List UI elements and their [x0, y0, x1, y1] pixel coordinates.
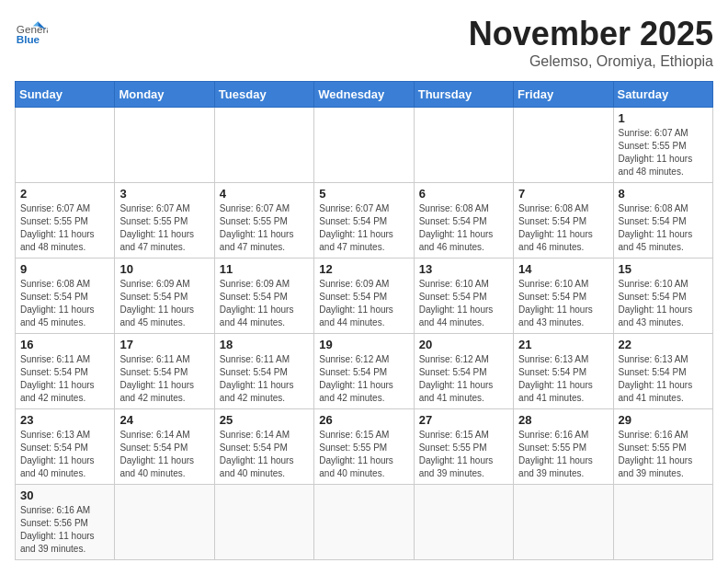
day-header-saturday: Saturday — [613, 82, 712, 108]
cell-info: Sunrise: 6:12 AM Sunset: 5:54 PM Dayligh… — [319, 353, 408, 405]
calendar-cell: 20Sunrise: 6:12 AM Sunset: 5:54 PM Dayli… — [414, 334, 513, 409]
calendar-cell — [414, 108, 513, 183]
calendar-cell — [115, 108, 214, 183]
calendar-cell: 6Sunrise: 6:08 AM Sunset: 5:54 PM Daylig… — [414, 183, 513, 259]
cell-info: Sunrise: 6:10 AM Sunset: 5:54 PM Dayligh… — [419, 278, 508, 329]
day-number: 10 — [119, 262, 209, 276]
cell-info: Sunrise: 6:07 AM Sunset: 5:55 PM Dayligh… — [20, 202, 109, 254]
calendar-cell: 25Sunrise: 6:14 AM Sunset: 5:54 PM Dayli… — [214, 409, 313, 485]
week-row-1: 1Sunrise: 6:07 AM Sunset: 5:55 PM Daylig… — [16, 108, 713, 183]
day-number: 1 — [619, 111, 708, 125]
calendar-cell: 28Sunrise: 6:16 AM Sunset: 5:55 PM Dayli… — [514, 409, 613, 485]
day-header-sunday: Sunday — [16, 82, 115, 108]
calendar-cell: 4Sunrise: 6:07 AM Sunset: 5:55 PM Daylig… — [214, 183, 313, 259]
calendar-cell: 24Sunrise: 6:14 AM Sunset: 5:54 PM Dayli… — [115, 409, 214, 485]
day-number: 28 — [518, 413, 608, 427]
day-header-monday: Monday — [115, 82, 214, 108]
week-row-3: 9Sunrise: 6:08 AM Sunset: 5:54 PM Daylig… — [16, 259, 713, 334]
day-number: 27 — [419, 413, 508, 427]
day-number: 12 — [319, 262, 408, 276]
cell-info: Sunrise: 6:11 AM Sunset: 5:54 PM Dayligh… — [220, 353, 309, 405]
cell-info: Sunrise: 6:07 AM Sunset: 5:55 PM Dayligh… — [220, 202, 309, 254]
cell-info: Sunrise: 6:14 AM Sunset: 5:54 PM Dayligh… — [220, 429, 309, 480]
day-number: 16 — [20, 338, 109, 351]
calendar-cell — [314, 485, 414, 560]
cell-info: Sunrise: 6:07 AM Sunset: 5:54 PM Dayligh… — [319, 202, 408, 254]
day-number: 25 — [220, 413, 309, 427]
calendar-cell: 22Sunrise: 6:13 AM Sunset: 5:54 PM Dayli… — [613, 334, 712, 409]
calendar-cell: 12Sunrise: 6:09 AM Sunset: 5:54 PM Dayli… — [314, 259, 414, 334]
svg-text:Blue: Blue — [17, 33, 40, 45]
cell-info: Sunrise: 6:08 AM Sunset: 5:54 PM Dayligh… — [518, 202, 608, 254]
cell-info: Sunrise: 6:09 AM Sunset: 5:54 PM Dayligh… — [119, 278, 209, 329]
cell-info: Sunrise: 6:11 AM Sunset: 5:54 PM Dayligh… — [20, 353, 109, 405]
cell-info: Sunrise: 6:10 AM Sunset: 5:54 PM Dayligh… — [619, 278, 708, 329]
cell-info: Sunrise: 6:09 AM Sunset: 5:54 PM Dayligh… — [319, 278, 408, 329]
cell-info: Sunrise: 6:15 AM Sunset: 5:55 PM Dayligh… — [319, 429, 408, 480]
cell-info: Sunrise: 6:16 AM Sunset: 5:55 PM Dayligh… — [518, 429, 608, 480]
calendar-cell — [214, 485, 313, 560]
day-header-thursday: Thursday — [414, 82, 513, 108]
title-section: November 2025 Gelemso, Oromiya, Ethiopia — [469, 15, 713, 70]
calendar-cell — [314, 108, 414, 183]
day-number: 15 — [619, 262, 708, 276]
day-number: 9 — [20, 262, 109, 276]
calendar-cell — [16, 108, 115, 183]
day-number: 11 — [220, 262, 309, 276]
calendar-table: SundayMondayTuesdayWednesdayThursdayFrid… — [15, 81, 713, 560]
logo: General Blue — [15, 15, 48, 48]
day-number: 22 — [619, 338, 708, 351]
calendar-cell: 17Sunrise: 6:11 AM Sunset: 5:54 PM Dayli… — [115, 334, 214, 409]
page-header: General Blue November 2025 Gelemso, Orom… — [15, 15, 713, 70]
day-number: 6 — [419, 187, 508, 201]
day-number: 19 — [319, 338, 408, 351]
calendar-cell: 14Sunrise: 6:10 AM Sunset: 5:54 PM Dayli… — [514, 259, 613, 334]
day-header-friday: Friday — [514, 82, 613, 108]
calendar-cell: 30Sunrise: 6:16 AM Sunset: 5:56 PM Dayli… — [16, 485, 115, 560]
cell-info: Sunrise: 6:11 AM Sunset: 5:54 PM Dayligh… — [119, 353, 209, 405]
day-number: 5 — [319, 187, 408, 201]
calendar-cell: 7Sunrise: 6:08 AM Sunset: 5:54 PM Daylig… — [514, 183, 613, 259]
calendar-cell — [613, 485, 712, 560]
cell-info: Sunrise: 6:08 AM Sunset: 5:54 PM Dayligh… — [619, 202, 708, 254]
cell-info: Sunrise: 6:16 AM Sunset: 5:56 PM Dayligh… — [20, 504, 109, 556]
day-number: 23 — [20, 413, 109, 427]
day-number: 14 — [518, 262, 608, 276]
calendar-cell: 29Sunrise: 6:16 AM Sunset: 5:55 PM Dayli… — [613, 409, 712, 485]
cell-info: Sunrise: 6:10 AM Sunset: 5:54 PM Dayligh… — [518, 278, 608, 329]
day-number: 30 — [20, 488, 109, 502]
calendar-cell: 1Sunrise: 6:07 AM Sunset: 5:55 PM Daylig… — [613, 108, 712, 183]
calendar-cell: 8Sunrise: 6:08 AM Sunset: 5:54 PM Daylig… — [613, 183, 712, 259]
calendar-cell: 11Sunrise: 6:09 AM Sunset: 5:54 PM Dayli… — [214, 259, 313, 334]
calendar-cell: 19Sunrise: 6:12 AM Sunset: 5:54 PM Dayli… — [314, 334, 414, 409]
day-number: 2 — [20, 187, 109, 201]
calendar-cell: 9Sunrise: 6:08 AM Sunset: 5:54 PM Daylig… — [16, 259, 115, 334]
cell-info: Sunrise: 6:14 AM Sunset: 5:54 PM Dayligh… — [119, 429, 209, 480]
calendar-cell: 21Sunrise: 6:13 AM Sunset: 5:54 PM Dayli… — [514, 334, 613, 409]
calendar-cell — [514, 108, 613, 183]
day-number: 20 — [419, 338, 508, 351]
cell-info: Sunrise: 6:07 AM Sunset: 5:55 PM Dayligh… — [119, 202, 209, 254]
week-row-4: 16Sunrise: 6:11 AM Sunset: 5:54 PM Dayli… — [16, 334, 713, 409]
cell-info: Sunrise: 6:13 AM Sunset: 5:54 PM Dayligh… — [619, 353, 708, 405]
calendar-cell — [214, 108, 313, 183]
day-header-row: SundayMondayTuesdayWednesdayThursdayFrid… — [16, 82, 713, 108]
day-number: 8 — [619, 187, 708, 201]
calendar-cell — [115, 485, 214, 560]
day-number: 4 — [220, 187, 309, 201]
calendar-cell: 10Sunrise: 6:09 AM Sunset: 5:54 PM Dayli… — [115, 259, 214, 334]
calendar-cell: 18Sunrise: 6:11 AM Sunset: 5:54 PM Dayli… — [214, 334, 313, 409]
calendar-cell — [414, 485, 513, 560]
cell-info: Sunrise: 6:07 AM Sunset: 5:55 PM Dayligh… — [619, 127, 708, 178]
cell-info: Sunrise: 6:13 AM Sunset: 5:54 PM Dayligh… — [518, 353, 608, 405]
day-number: 24 — [119, 413, 209, 427]
cell-info: Sunrise: 6:12 AM Sunset: 5:54 PM Dayligh… — [419, 353, 508, 405]
day-number: 13 — [419, 262, 508, 276]
calendar-cell: 5Sunrise: 6:07 AM Sunset: 5:54 PM Daylig… — [314, 183, 414, 259]
day-number: 17 — [119, 338, 209, 351]
cell-info: Sunrise: 6:08 AM Sunset: 5:54 PM Dayligh… — [20, 278, 109, 329]
calendar-cell: 2Sunrise: 6:07 AM Sunset: 5:55 PM Daylig… — [16, 183, 115, 259]
day-number: 18 — [220, 338, 309, 351]
calendar-cell: 23Sunrise: 6:13 AM Sunset: 5:54 PM Dayli… — [16, 409, 115, 485]
day-header-wednesday: Wednesday — [314, 82, 414, 108]
